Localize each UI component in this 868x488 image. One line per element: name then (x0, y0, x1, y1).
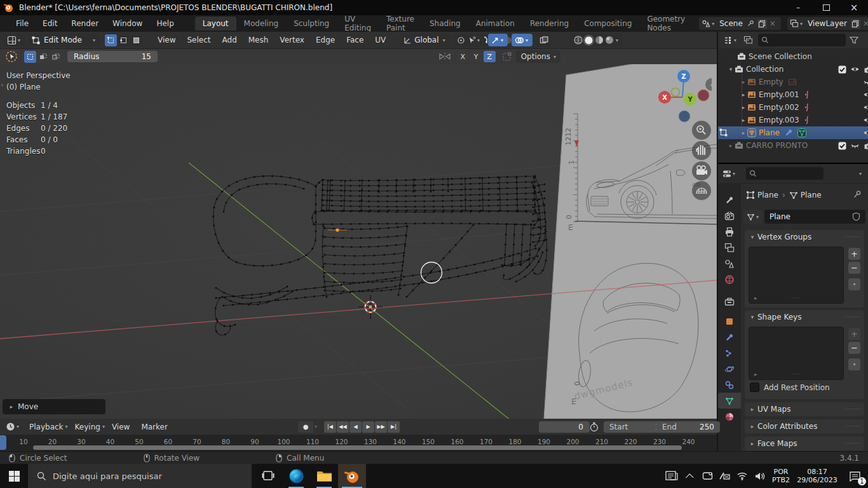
material-preview-icon[interactable] (594, 35, 604, 45)
menu-file[interactable]: File (9, 19, 36, 28)
mirror-axis-z[interactable]: Z (484, 51, 496, 62)
mesh-browse-button[interactable]: ▾ (743, 210, 763, 224)
maximize-button[interactable] (812, 0, 840, 15)
snap-corner-icon[interactable] (502, 52, 512, 62)
list-expander-icon[interactable]: ▸ (754, 371, 757, 377)
current-frame-field[interactable]: 0 (539, 421, 590, 433)
image-icon[interactable] (788, 78, 797, 86)
edge-browser-button[interactable] (282, 464, 310, 488)
display-project-button[interactable] (699, 464, 715, 488)
menu-window[interactable]: Window (105, 19, 149, 28)
outliner-item-label[interactable]: Scene Collection (749, 52, 812, 61)
news-widget-button[interactable] (661, 464, 682, 488)
input-indicator-button[interactable] (715, 464, 733, 488)
properties-tab-view-layer[interactable] (718, 240, 741, 255)
gizmo-neg-x-ball[interactable] (698, 90, 709, 101)
outliner-row-carro-pronto[interactable]: ▸CARRO PRONTO (718, 139, 868, 152)
breadcrumb-object[interactable]: Plane (757, 191, 778, 200)
select-mode-subtract-button[interactable] (50, 51, 62, 63)
viewport-menu-select[interactable]: Select (182, 36, 217, 44)
remove-shape-key-button[interactable]: − (848, 342, 860, 354)
rendered-shading-icon[interactable] (604, 35, 614, 45)
language-indicator[interactable]: POR PTB2 (769, 468, 793, 484)
properties-tab-physics[interactable] (718, 361, 741, 377)
tab-compositing[interactable]: Compositing (576, 17, 639, 30)
tab-sculpting[interactable]: Sculpting (286, 17, 337, 30)
face-select-button[interactable] (130, 34, 142, 46)
outliner-search-input[interactable] (758, 34, 846, 46)
properties-options-dropdown[interactable]: ▾ (859, 171, 862, 177)
expand-left-icon[interactable]: › (1, 81, 3, 89)
fake-user-shield-icon[interactable] (852, 212, 860, 221)
remove-viewlayer-icon[interactable]: × (860, 19, 868, 28)
properties-tab-scene[interactable] (718, 255, 741, 271)
collapse-right-icon[interactable]: ‹ (710, 81, 712, 89)
next-keyframe-button[interactable]: ▶▶ (375, 421, 387, 433)
properties-tab-material[interactable] (718, 409, 741, 424)
menu-edit[interactable]: Edit (36, 19, 64, 28)
shape-keys-list[interactable]: ▸ ···· (749, 327, 844, 380)
panel-grip[interactable]: ······ (846, 440, 860, 447)
tab-layout[interactable]: Layout (195, 17, 236, 30)
shape-key-specials-button[interactable]: ▾ (848, 358, 860, 370)
outliner-item-label[interactable]: Plane (759, 128, 780, 137)
timeline-editor-type-button[interactable]: ▾ (3, 421, 24, 433)
frame-end-field[interactable]: End 250 (656, 421, 720, 433)
timeline-scrollbar[interactable] (33, 445, 682, 450)
properties-tab-tool[interactable] (718, 192, 741, 208)
timeline-menu-marker[interactable]: Marker (135, 423, 173, 431)
outliner-item-label[interactable]: Collection (746, 65, 783, 74)
wrench-icon[interactable] (784, 128, 793, 137)
remove-vertex-group-button[interactable]: − (848, 262, 860, 274)
properties-search-input[interactable] (746, 167, 824, 180)
file-explorer-button[interactable] (310, 464, 338, 488)
vertex-groups-list[interactable]: ▸ ···· (749, 247, 844, 304)
outliner-item-label[interactable]: Empty.002 (759, 103, 799, 112)
operator-panel[interactable]: ▸ Move (3, 399, 105, 414)
properties-tab-output[interactable] (718, 224, 741, 240)
mesh-name-field[interactable]: Plane (764, 210, 865, 224)
timeline-menu-view[interactable]: View (106, 423, 135, 431)
minimize-button[interactable]: – (784, 0, 812, 15)
zoom-button[interactable] (692, 121, 711, 140)
list-expander-icon[interactable]: ▸ (754, 295, 757, 301)
action-center-button[interactable]: 1 (841, 464, 868, 488)
camera-view-button[interactable] (692, 161, 711, 180)
editor-type-button[interactable]: ▾ (4, 34, 25, 46)
vertex-select-button[interactable] (105, 34, 117, 46)
scene-selector[interactable]: ▾ Scene × (699, 17, 781, 30)
add-rest-position-checkbox[interactable] (750, 383, 759, 392)
hidden-icons-button[interactable] (682, 464, 699, 488)
add-shape-key-button[interactable]: + (848, 328, 860, 340)
driver-icon[interactable] (804, 116, 810, 125)
gizmo-neg-z-ball[interactable] (679, 111, 690, 122)
outliner-row-collection[interactable]: ▾Collection (718, 63, 868, 76)
viewport-menu-add[interactable]: Add (217, 36, 243, 44)
properties-tab-render[interactable] (718, 208, 741, 224)
outliner-item-label[interactable]: Empty (759, 78, 783, 86)
properties-editor-type-button[interactable]: ▾ (719, 167, 740, 180)
blender-app-button[interactable] (338, 464, 366, 488)
outliner-row-plane[interactable]: ▸Plane (718, 126, 868, 139)
viewport-3d[interactable]: 1212 1 0 m 0 m dwgmodels (0, 64, 717, 419)
outliner-item-label[interactable]: Empty.001 (759, 90, 799, 99)
gizmos-toggle[interactable]: ▾ (488, 34, 508, 46)
properties-tab-data[interactable] (718, 393, 741, 409)
mode-dropdown[interactable]: Edit Mode ▾ (29, 34, 100, 46)
properties-tab-collection[interactable] (718, 294, 741, 309)
task-view-button[interactable] (254, 464, 282, 488)
menu-help[interactable]: Help (149, 19, 180, 28)
expand-arrow[interactable]: ▸ (740, 117, 747, 123)
stopwatch-icon[interactable] (589, 422, 599, 432)
viewport-menu-face[interactable]: Face (341, 36, 369, 44)
properties-tab-modifiers[interactable] (718, 329, 741, 345)
outliner-row-scene-collection[interactable]: Scene Collection (718, 50, 868, 63)
previous-keyframe-button[interactable]: ◀◀ (337, 421, 349, 433)
options-dropdown[interactable]: Options ▾ (516, 50, 560, 63)
jump-to-start-button[interactable]: |◀ (324, 421, 336, 433)
wireframe-shading-icon[interactable] (573, 35, 583, 45)
tab-animation[interactable]: Animation (468, 17, 522, 30)
viewport-menu-uv[interactable]: UV (369, 36, 391, 44)
overlays-toggle[interactable]: ▾ (512, 34, 532, 46)
add-vertex-group-button[interactable]: + (848, 248, 860, 260)
